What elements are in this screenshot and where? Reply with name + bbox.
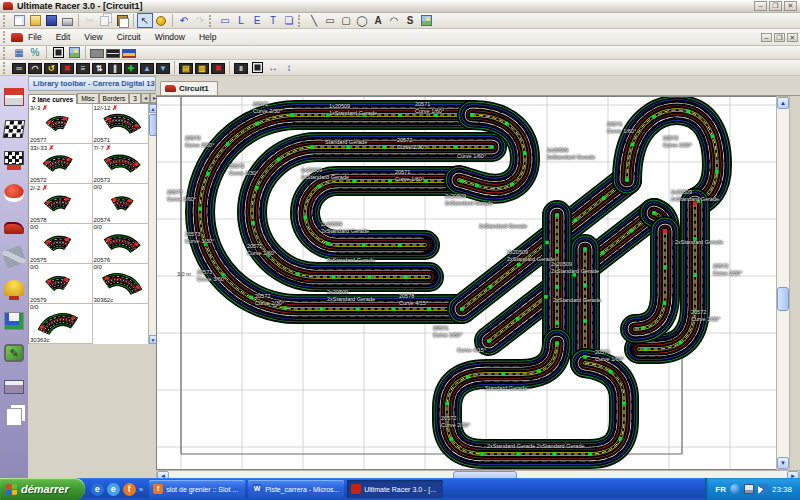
printer-icon[interactable] (3, 374, 26, 396)
library-item-30363c[interactable]: 0/030363c (29, 304, 93, 344)
draw-rect-icon[interactable]: ▭ (322, 13, 338, 28)
vertical-scrollbar[interactable]: ▲ ▼ (776, 96, 790, 470)
scroll-up-icon[interactable]: ▲ (777, 97, 789, 109)
library-item-20579[interactable]: 0/020579 (29, 264, 93, 304)
delete-border-icon[interactable]: ✖ (210, 60, 226, 75)
library-item-20576[interactable]: 0/020576 (93, 224, 157, 264)
trophy-icon[interactable] (3, 278, 26, 300)
scroll-down-icon[interactable]: ▼ (777, 457, 789, 469)
close-button[interactable]: ✕ (784, 1, 797, 11)
insert-straight-icon[interactable]: ═ (11, 60, 27, 75)
menu-help[interactable]: Help (199, 32, 216, 42)
open-folder-icon[interactable] (27, 13, 43, 28)
raise-section-icon[interactable]: ▲ (139, 60, 155, 75)
vertical-scroll-thumb[interactable] (777, 287, 789, 311)
menu-view[interactable]: View (84, 32, 102, 42)
insert-curve-icon[interactable]: ◠ (27, 60, 43, 75)
library-tab-misc[interactable]: Misc (77, 93, 98, 103)
library-scrollbar[interactable]: ▲ ▼ (148, 104, 156, 344)
taskbar-task[interactable]: Ultimate Racer 3.0 - [... (347, 480, 443, 498)
shape-t-icon[interactable]: T (265, 13, 281, 28)
statistics-icon[interactable] (3, 310, 26, 332)
library-item-30362c[interactable]: 0/030362c (93, 264, 157, 304)
single-lane-view-icon[interactable] (89, 45, 105, 60)
library-tab-borders[interactable]: Borders (99, 93, 130, 103)
tab-scroll-left-icon[interactable]: ◂ (141, 93, 150, 103)
documents-icon[interactable] (3, 406, 26, 428)
draw-ellipse-icon[interactable]: ◯ (354, 13, 370, 28)
cut-icon[interactable]: ✂ (82, 13, 98, 28)
menu-file[interactable]: File (28, 32, 42, 42)
restore-button[interactable]: ❐ (769, 1, 782, 11)
copy-icon[interactable] (98, 13, 114, 28)
shape-overlap-icon[interactable]: ❏ (281, 13, 297, 28)
taskbar-task[interactable]: fslot de grenier :: Slot ... (149, 480, 245, 498)
background-image-icon[interactable] (66, 45, 82, 60)
lower-section-icon[interactable]: ▼ (155, 60, 171, 75)
wireless-tray-icon[interactable] (758, 484, 768, 494)
tab-circuit1[interactable]: Circuit1 (160, 81, 218, 95)
mdi-minimize-button[interactable]: – (761, 33, 772, 42)
redo-icon[interactable]: ↷ (192, 13, 208, 28)
library-item-20571[interactable]: 12/-12 ✗20571 (93, 104, 157, 144)
double-lane-view-icon[interactable] (105, 45, 121, 60)
save-icon[interactable] (43, 13, 59, 28)
undo-icon[interactable]: ↶ (176, 13, 192, 28)
helmet-icon[interactable] (3, 182, 26, 204)
delete-section-icon[interactable]: ✖ (59, 60, 75, 75)
race-flags-icon[interactable] (3, 118, 26, 140)
select-tool-icon[interactable]: ↖ (137, 13, 153, 28)
library-item-20574[interactable]: 0/020574 (93, 184, 157, 224)
distribute-sections-icon[interactable]: ⇅ (91, 60, 107, 75)
firefox-icon[interactable]: f (123, 483, 136, 496)
clock[interactable]: 23:38 (772, 485, 792, 494)
align-sections-icon[interactable]: ≡ (75, 60, 91, 75)
library-item-20577[interactable]: 3/-3 ✗20577 (29, 104, 93, 144)
tools-icon[interactable] (3, 246, 26, 268)
minimize-button[interactable]: – (754, 1, 767, 11)
menu-edit[interactable]: Edit (56, 32, 71, 42)
menu-window[interactable]: Window (155, 32, 185, 42)
monitor-view-icon[interactable] (50, 45, 66, 60)
library-item-20578[interactable]: 2/-2 ✗20578 (29, 184, 93, 224)
library-item-20573[interactable]: 7/-7 ✗20573 (93, 144, 157, 184)
quick-launch-more-icon[interactable]: » (139, 485, 143, 494)
draw-curve-icon[interactable]: S (402, 13, 418, 28)
shape-l-icon[interactable]: L (233, 13, 249, 28)
track-editor-icon[interactable]: ✎ (3, 342, 26, 364)
draw-text-icon[interactable]: A (370, 13, 386, 28)
car-icon[interactable] (3, 214, 26, 236)
library-tab-2-lane-curves[interactable]: 2 lane curves (28, 94, 77, 104)
media-player-icon[interactable]: e (107, 483, 120, 496)
print-icon[interactable] (59, 13, 75, 28)
language-indicator[interactable]: FR (715, 485, 726, 494)
colored-lane-view-icon[interactable] (121, 45, 137, 60)
add-border-icon[interactable]: ▤ (178, 60, 194, 75)
draw-roundrect-icon[interactable]: ▢ (338, 13, 354, 28)
library-item-20575[interactable]: 0/020575 (29, 224, 93, 264)
menu-circuit[interactable]: Circuit (117, 32, 141, 42)
fit-width-icon[interactable]: ↔ (265, 60, 281, 75)
garage-icon[interactable] (3, 86, 26, 108)
start-button[interactable]: démarrer (0, 478, 85, 500)
snapshot-icon[interactable] (249, 60, 265, 75)
track-canvas[interactable]: 20572 Curve 2/30°1x20509 1xStandard Gera… (156, 96, 776, 470)
race-start-icon[interactable] (3, 150, 26, 172)
mdi-restore-button[interactable]: ❐ (774, 33, 785, 42)
library-item-20572[interactable]: 33/-33 ✗20572 (29, 144, 93, 184)
rotate-tool-icon[interactable] (153, 13, 169, 28)
library-tab-3[interactable]: 3 (129, 93, 141, 103)
select-lanes-icon[interactable]: ‖ (233, 60, 249, 75)
draw-arc-icon[interactable]: ◠ (386, 13, 402, 28)
flip-section-icon[interactable]: ↺ (43, 60, 59, 75)
shape-e-icon[interactable]: E (249, 13, 265, 28)
fit-height-icon[interactable]: ↕ (281, 60, 297, 75)
draw-line-icon[interactable]: ╲ (306, 13, 322, 28)
taskbar-task[interactable]: WPiste_carrera - Micros... (248, 480, 344, 498)
mdi-close-button[interactable]: ✕ (787, 33, 798, 42)
shape-rectangle-icon[interactable]: ▭ (217, 13, 233, 28)
messenger-tray-icon[interactable] (730, 484, 740, 494)
network-tray-icon[interactable] (744, 484, 754, 494)
internet-explorer-icon[interactable]: e (91, 483, 104, 496)
insert-image-icon[interactable] (418, 13, 434, 28)
